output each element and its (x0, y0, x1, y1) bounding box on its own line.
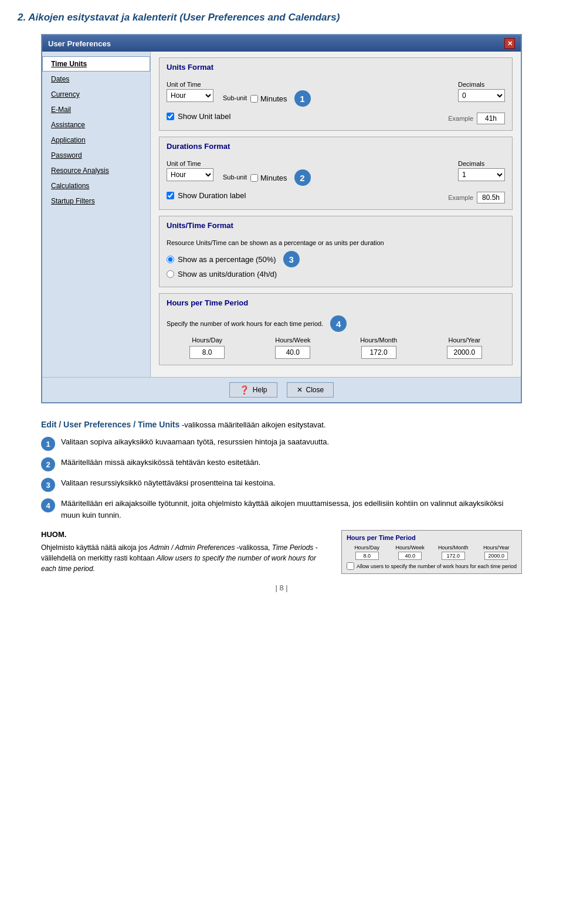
page-number: | 8 | (18, 583, 545, 602)
unit-of-time-label-1: Unit of Time (167, 81, 213, 88)
hours-week-input[interactable] (275, 346, 310, 359)
desc-badge-3: 3 (41, 478, 55, 492)
minutes-checkbox-2[interactable] (250, 174, 258, 182)
dialog-nav: Time Units Dates Currency E-Mail Assista… (42, 52, 151, 377)
radio-units-duration[interactable] (167, 270, 174, 278)
mini-col-week: Hours/Week (389, 545, 430, 560)
mini-year-label: Hours/Year (483, 545, 510, 551)
minutes-label-2: Minutes (260, 174, 287, 182)
show-unit-label-text: Show Unit label (178, 112, 230, 121)
subunit-label-1: Sub-unit (223, 94, 247, 101)
show-duration-label-text: Show Duration label (178, 191, 246, 200)
help-icon: ❓ (239, 385, 249, 395)
nav-item-dates[interactable]: Dates (42, 72, 150, 87)
mini-dialog-title: Hours per Time Period (347, 534, 517, 541)
badge-1: 1 (294, 90, 311, 107)
mini-year-input[interactable] (484, 552, 508, 560)
badge-3: 3 (283, 251, 300, 267)
nav-item-email[interactable]: E-Mail (42, 102, 150, 117)
example-label-2: Example (448, 194, 473, 201)
mini-hours-grid: Hours/Day Hours/Week Hours/Month Hours/Y… (347, 545, 517, 560)
dialog-close-button[interactable]: ✕ (504, 38, 515, 49)
nav-item-currency[interactable]: Currency (42, 87, 150, 102)
badge-4: 4 (330, 315, 347, 332)
hours-year-input[interactable] (447, 346, 482, 359)
nav-item-assistance[interactable]: Assistance (42, 117, 150, 133)
decimals-label-2: Decimals (458, 160, 505, 167)
hours-month-col: Hours/Month (338, 337, 419, 359)
hours-grid: Hours/Day Hours/Week Hours/Month Ho (167, 337, 505, 359)
desc-text-2: Määritellään missä aikayksikössä tehtävä… (61, 457, 260, 468)
mini-day-input[interactable] (355, 552, 379, 560)
hours-period-section: Hours per Time Period Specify the number… (159, 293, 513, 365)
hours-day-label: Hours/Day (192, 337, 222, 344)
mini-week-input[interactable] (398, 552, 422, 560)
huom-row: HUOM. Ohjelmisto käyttää näitä aikoja jo… (41, 530, 522, 574)
nav-item-time-units[interactable]: Time Units (42, 56, 150, 72)
close-icon: ✕ (297, 386, 303, 394)
show-duration-label-checkbox[interactable] (167, 192, 174, 199)
nav-item-calculations[interactable]: Calculations (42, 178, 150, 193)
hours-year-col: Hours/Year (424, 337, 505, 359)
dialog-content: Units Format Unit of Time Hour Sub-unit (151, 52, 521, 377)
units-format-title: Units Format (167, 63, 213, 72)
mini-allow-checkbox[interactable] (347, 562, 354, 570)
mini-day-label: Hours/Day (354, 545, 379, 551)
huom-title: HUOM. (41, 530, 324, 539)
nav-item-application[interactable]: Application (42, 133, 150, 148)
desc-item-1: 1 Valitaan sopiva aikayksikkö kuvaamaan … (41, 436, 522, 451)
hours-month-label: Hours/Month (360, 337, 397, 344)
mini-month-input[interactable] (442, 552, 465, 560)
mini-col-day: Hours/Day (347, 545, 388, 560)
desc-badge-4: 4 (41, 498, 55, 512)
subunit-label-2: Sub-unit (223, 174, 247, 181)
mini-col-month: Hours/Month (433, 545, 474, 560)
close-button[interactable]: ✕ Close (287, 382, 334, 398)
minutes-label-1: Minutes (260, 94, 287, 103)
decimals-label-1: Decimals (458, 81, 505, 88)
desc-item-2: 2 Määritellään missä aikayksikössä tehtä… (41, 457, 522, 471)
units-time-desc: Resource Units/Time can be shown as a pe… (167, 239, 505, 246)
help-button[interactable]: ❓ Help (229, 382, 277, 398)
nav-item-startup-filters[interactable]: Startup Filters (42, 193, 150, 209)
show-unit-label-checkbox[interactable] (167, 113, 174, 120)
desc-badge-2: 2 (41, 457, 55, 471)
decimals-select-1[interactable]: 0 (458, 89, 505, 102)
dialog-footer: ❓ Help ✕ Close (42, 377, 521, 402)
durations-format-title: Durations Format (167, 142, 230, 151)
hours-period-desc: Specify the number of work hours for eac… (167, 320, 323, 327)
huom-left: HUOM. Ohjelmisto käyttää näitä aikoja jo… (41, 530, 324, 574)
nav-item-resource-analysis[interactable]: Resource Analysis (42, 163, 150, 178)
hours-week-col: Hours/Week (252, 337, 333, 359)
hours-week-label: Hours/Week (275, 337, 310, 344)
hours-month-input[interactable] (361, 346, 396, 359)
minutes-checkbox-1[interactable] (250, 95, 258, 103)
desc-item-4: 4 Määritellään eri aikajaksoille työtunn… (41, 498, 522, 521)
page-title: 2. Aikojen esitystavat ja kalenterit (Us… (18, 12, 545, 23)
hours-day-col: Hours/Day (167, 337, 247, 359)
durations-format-section: Durations Format Unit of Time Hour Sub-u… (159, 137, 513, 210)
radio-percentage[interactable] (167, 256, 174, 263)
desc-item-3: 3 Valitaan resurssiyksikkö näytettäväksi… (41, 477, 522, 492)
desc-text-4: Määritellään eri aikajaksoille työtunnit… (61, 498, 522, 521)
example-value-1: 41h (477, 113, 505, 124)
dialog-titlebar: User Preferences ✕ (42, 35, 521, 52)
mini-week-label: Hours/Week (395, 545, 424, 551)
desc-text-1: Valitaan sopiva aikayksikkö kuvaamaan ty… (61, 436, 329, 448)
mini-checkbox-label: Allow users to specify the number of wor… (357, 563, 517, 569)
unit-of-time-select-2[interactable]: Hour (167, 168, 213, 181)
desc-subtitle: -valikossa määritellään aikojen esitysta… (182, 420, 326, 429)
decimals-select-2[interactable]: 1 (458, 168, 505, 181)
example-label-1: Example (448, 115, 473, 122)
unit-of-time-select-1[interactable]: Hour (167, 89, 213, 102)
hours-year-label: Hours/Year (449, 337, 481, 344)
badge-2: 2 (294, 169, 311, 186)
unit-of-time-label-2: Unit of Time (167, 160, 213, 167)
radio-percentage-label: Show as a percentage (50%) (178, 255, 276, 264)
radio-units-duration-label: Show as units/duration (4h/d) (178, 270, 277, 278)
nav-item-password[interactable]: Password (42, 148, 150, 163)
desc-title: Edit / User Preferences / Time Units (41, 420, 179, 429)
units-time-format-section: Units/Time Format Resource Units/Time ca… (159, 216, 513, 287)
mini-col-year: Hours/Year (476, 545, 517, 560)
hours-day-input[interactable] (189, 346, 225, 359)
